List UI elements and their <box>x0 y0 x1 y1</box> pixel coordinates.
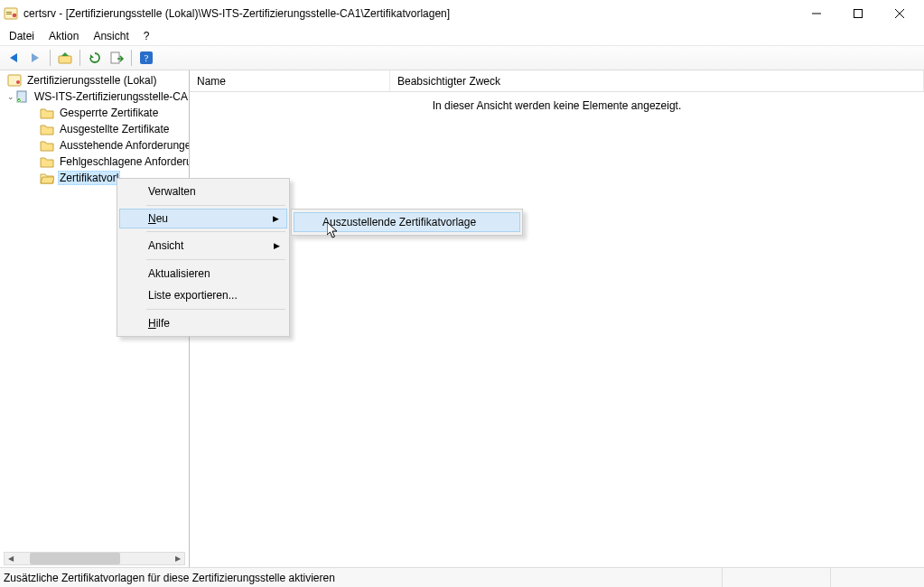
svg-rect-8 <box>59 56 71 63</box>
tree-pending[interactable]: Ausstehende Anforderungen <box>0 137 189 154</box>
tree-issued[interactable]: Ausgestellte Zertifikate <box>0 121 189 137</box>
expander-icon[interactable]: ⌄ <box>7 92 14 101</box>
maximize-button[interactable] <box>837 0 879 27</box>
tree: Zertifizierungsstelle (Lokal) ⌄ WS-ITS-Z… <box>0 72 189 186</box>
ctx-manage[interactable]: Verwalten <box>119 181 287 202</box>
svg-point-3 <box>13 13 17 17</box>
up-folder-icon <box>58 51 72 65</box>
server-icon <box>14 89 29 104</box>
minimize-button[interactable] <box>796 0 837 27</box>
back-arrow-icon <box>6 51 21 65</box>
tree-failed[interactable]: Fehlgeschlagene Anforderungen <box>0 154 189 170</box>
menu-separator <box>146 309 285 310</box>
svg-point-13 <box>16 80 20 84</box>
svg-text:?: ? <box>145 52 149 63</box>
menu-action[interactable]: Aktion <box>42 28 86 44</box>
list-pane: Name Beabsichtigter Zweck In dieser Ansi… <box>190 70 924 567</box>
svg-rect-5 <box>854 9 863 17</box>
toolbar-help-button[interactable]: ? <box>136 48 156 68</box>
ctx-label: Hilfe <box>148 317 170 330</box>
context-submenu: Auszustellende Zertifikatvorlage <box>291 209 523 236</box>
toolbar-separator <box>79 50 80 66</box>
toolbar-up-button[interactable] <box>55 48 75 68</box>
tree-label: Fehlgeschlagene Anforderungen <box>58 155 190 168</box>
forward-arrow-icon <box>28 51 42 65</box>
status-cell <box>722 568 830 587</box>
ctx-view[interactable]: Ansicht ▶ <box>119 235 287 256</box>
toolbar-refresh-button[interactable] <box>85 48 105 68</box>
menu-file[interactable]: Datei <box>2 28 42 44</box>
folder-icon <box>40 106 54 120</box>
tree-root[interactable]: Zertifizierungsstelle (Lokal) <box>0 72 189 89</box>
column-header-purpose[interactable]: Beabsichtigter Zweck <box>390 70 924 91</box>
tree-ca[interactable]: ⌄ WS-ITS-Zertifizierungsstelle-CA1 <box>0 89 189 105</box>
horizontal-scrollbar[interactable]: ◀ ▶ <box>4 552 185 565</box>
scroll-right-icon[interactable]: ▶ <box>172 554 184 563</box>
export-list-icon <box>109 51 124 65</box>
folder-open-icon <box>40 171 54 185</box>
svg-point-15 <box>17 98 22 103</box>
menu-separator <box>146 259 285 260</box>
window-title: certsrv - [Zertifizierungsstelle (Lokal)… <box>23 7 796 20</box>
tree-label: WS-ITS-Zertifizierungsstelle-CA1 <box>33 90 190 103</box>
tree-label: Ausstehende Anforderungen <box>58 139 190 152</box>
folder-icon <box>40 154 54 169</box>
titlebar: certsrv - [Zertifizierungsstelle (Lokal)… <box>0 0 924 27</box>
menu-help[interactable]: ? <box>136 28 157 44</box>
close-button[interactable] <box>879 0 920 27</box>
folder-icon <box>40 122 54 136</box>
ctx-label: Verwalten <box>148 185 196 198</box>
ctx-template-to-issue[interactable]: Auszustellende Zertifikatvorlage <box>294 212 520 232</box>
column-header-name[interactable]: Name <box>190 70 390 91</box>
toolbar: ? <box>0 45 924 70</box>
list-header: Name Beabsichtigter Zweck <box>190 70 924 92</box>
ctx-label: Auszustellende Zertifikatvorlage <box>322 216 476 228</box>
scrollbar-thumb[interactable] <box>30 553 120 564</box>
ctx-label: Ansicht <box>148 239 183 252</box>
menu-view[interactable]: Ansicht <box>86 28 135 44</box>
empty-list-message: In dieser Ansicht werden keine Elemente … <box>433 99 682 112</box>
tree-label: Gesperrte Zertifikate <box>58 107 160 119</box>
toolbar-back-button[interactable] <box>4 48 23 68</box>
svg-rect-1 <box>6 12 12 13</box>
ctx-label: Liste exportieren... <box>148 289 238 302</box>
ca-root-icon <box>7 73 22 88</box>
scroll-left-icon[interactable]: ◀ <box>5 554 17 563</box>
toolbar-forward-button[interactable] <box>25 48 45 68</box>
ctx-label: Neu <box>148 212 168 225</box>
ctx-refresh[interactable]: Aktualisieren <box>119 263 287 284</box>
statusbar: Zusätzliche Zertifikatvorlagen für diese… <box>0 567 924 587</box>
ctx-export-list[interactable]: Liste exportieren... <box>119 284 287 306</box>
help-icon: ? <box>139 51 154 65</box>
menubar: Datei Aktion Ansicht ? <box>0 27 924 45</box>
toolbar-export-button[interactable] <box>107 48 126 68</box>
toolbar-separator <box>50 50 51 66</box>
ctx-new[interactable]: Neu ▶ <box>119 209 287 228</box>
svg-rect-9 <box>111 52 119 63</box>
submenu-arrow-icon: ▶ <box>273 214 279 223</box>
tree-label: Zertifizierungsstelle (Lokal) <box>25 74 158 87</box>
tree-label: Ausgestellte Zertifikate <box>58 123 171 135</box>
context-menu: Verwalten Neu ▶ Ansicht ▶ Aktualisieren … <box>117 178 290 337</box>
list-body: In dieser Ansicht werden keine Elemente … <box>190 92 924 567</box>
ctx-label: Aktualisieren <box>148 267 210 280</box>
tree-revoked[interactable]: Gesperrte Zertifikate <box>0 105 189 121</box>
menu-separator <box>146 231 285 232</box>
window-controls <box>796 0 920 27</box>
tree-label: Zertifikatvorl <box>58 171 120 185</box>
folder-icon <box>40 138 54 153</box>
status-cell <box>830 568 920 587</box>
submenu-arrow-icon: ▶ <box>274 241 280 250</box>
app-icon <box>4 6 18 21</box>
refresh-icon <box>88 51 102 65</box>
svg-rect-2 <box>6 14 12 14</box>
menu-separator <box>146 205 285 206</box>
status-text: Zusätzliche Zertifikatvorlagen für diese… <box>4 572 722 584</box>
svg-rect-12 <box>8 75 21 86</box>
ctx-help[interactable]: Hilfe <box>119 312 287 334</box>
toolbar-separator <box>131 50 132 66</box>
